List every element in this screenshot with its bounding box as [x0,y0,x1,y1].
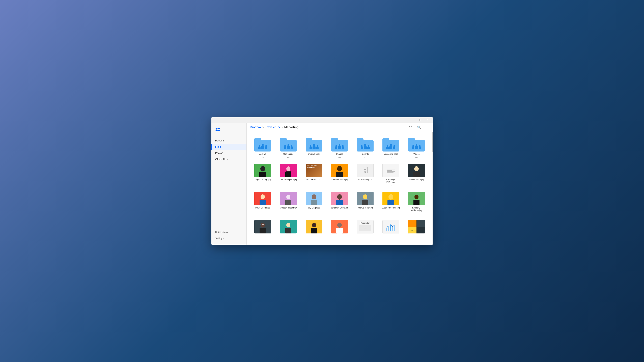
file-presentation-thumb: Presentation slide [357,220,374,233]
file-david-zheng[interactable]: David-Zheng.jpg ⋯ [251,190,275,217]
file-dropbox-paper[interactable]: Dropbox paper.mp4 ⋯ [276,190,300,217]
file-chart-more[interactable]: ⋯ [390,235,392,238]
folder-archive-more[interactable]: ⋯ [262,156,264,159]
file-anthony-abate[interactable]: Anthony-Abate.jpg ⋯ [328,162,352,189]
add-button[interactable]: + [425,125,430,130]
folder-videos-more[interactable]: ⋯ [415,156,418,159]
file-chart[interactable]: ⋯ [379,218,403,240]
folder-images-more[interactable]: ⋯ [338,156,341,159]
svg-rect-3 [285,171,292,177]
file-jonathan-costa[interactable]: Jonathan-Costa.jpg ⋯ [328,190,352,217]
file-ann-thompson-more[interactable]: ⋯ [287,181,290,185]
sidebar-item-offline[interactable]: Offline files [212,156,246,162]
toolbar-actions: ⋯ ☷ 🔍 + [400,125,430,130]
svg-point-27 [286,223,290,227]
file-business-logs-more[interactable]: ⋯ [364,181,366,185]
file-angela-zhang[interactable]: Angela-Zhang.jpg ⋯ [251,162,275,189]
file-collage[interactable]: img ⋯ [404,218,429,240]
file-joshua-miller[interactable]: Joshua-Miller.jpg ⋯ [353,190,378,217]
file-annual-report-more[interactable]: ⋯ [313,181,316,185]
folder-images[interactable]: Images ⋯ [328,136,352,160]
search-button[interactable]: 🔍 [416,125,422,130]
folder-messaging-docs-icon [382,138,399,151]
file-person-orange2-thumb [331,220,348,233]
file-ann-thompson[interactable]: Ann-Thompson.jpg ⋯ [276,162,300,189]
file-kimberly-williams-name: Kimberly-Williams.jpg [407,207,426,212]
file-collage-more[interactable]: ⋯ [415,235,418,238]
folder-messaging-docs[interactable]: Messaging docs ⋯ [379,136,403,160]
close-button[interactable]: ✕ [424,117,432,123]
breadcrumb-dropbox[interactable]: Dropbox [250,125,262,129]
svg-point-22 [260,223,265,228]
file-jay-singh-more[interactable]: ⋯ [313,210,316,213]
folder-campaigns-more[interactable]: ⋯ [287,156,290,159]
folder-campaigns[interactable]: Campaigns ⋯ [276,136,300,160]
file-annual-report[interactable]: 2017 Annual Report Traveler Inc. A [302,162,326,189]
folder-creative-briefs[interactable]: Creative briefs ⋯ [302,136,326,160]
breadcrumb-traveler[interactable]: Traveler Inc [265,125,281,129]
file-kimberly-williams[interactable]: Kimberly-Williams.jpg ⋯ [404,190,429,217]
file-justin-anderson[interactable]: Justin-Anderson.jpg ⋯ [379,190,403,217]
folder-campaigns-icon [280,138,297,151]
file-angela-zhang-more[interactable]: ⋯ [262,181,264,185]
svg-point-12 [312,194,316,199]
file-person-blonde[interactable]: ⋯ [276,218,300,240]
sidebar-item-notifications[interactable]: Notifications [212,229,246,235]
file-collage-thumb: img [408,220,425,233]
sidebar-item-recents[interactable]: Recents [212,137,246,144]
file-person-yellow-more[interactable]: ⋯ [313,235,316,238]
folder-insights[interactable]: Insights ⋯ [353,136,378,160]
list-view-button[interactable]: ☷ [408,125,413,130]
svg-point-20 [414,195,418,199]
file-daniel-smith-more[interactable]: ⋯ [415,181,418,185]
file-person-orange2[interactable]: ⋯ [328,218,352,240]
scrollbar-thumb[interactable] [432,132,433,152]
sidebar: Recents Files Photos Offline files Notif… [212,123,247,245]
file-daniel-smith[interactable]: Daniel-Smith.jpg ⋯ [404,162,429,189]
file-person-orange2-more[interactable]: ⋯ [338,235,341,238]
file-jay-singh[interactable]: Jay-Singh.jpg ⋯ [302,190,326,217]
file-campaign-faq-name: Campaign FAQ.docx [382,178,400,184]
file-campaign-faq-thumb [382,164,399,177]
file-person-yellow[interactable]: ⋯ [302,218,326,240]
file-business-logs-name: Business logs.zip [358,178,373,181]
file-dropbox-paper-thumb [280,192,297,205]
file-jonathan-costa-name: Jonathan-Costa.jpg [331,207,348,209]
dropbox-logo-icon [215,127,221,133]
file-dropbox-paper-more[interactable]: ⋯ [287,210,290,213]
maximize-button[interactable]: □ [416,117,424,123]
file-angela-zhang-thumb [254,164,271,177]
svg-rect-9 [260,200,266,205]
file-presentation-more[interactable]: ⋯ [364,235,366,238]
file-jonathan-costa-more[interactable]: ⋯ [338,210,341,213]
folder-messaging-docs-more[interactable]: ⋯ [390,156,392,159]
sidebar-item-files[interactable]: Files [212,144,246,150]
folder-creative-briefs-more[interactable]: ⋯ [313,156,316,159]
svg-rect-21 [414,200,420,205]
file-person-dark2[interactable]: ⋯ [251,218,275,240]
file-joshua-miller-more[interactable]: ⋯ [364,210,366,213]
svg-rect-11 [285,200,292,205]
minimize-button[interactable]: − [408,117,416,123]
sidebar-item-photos[interactable]: Photos [212,150,246,156]
more-options-button[interactable]: ⋯ [400,125,405,130]
file-presentation[interactable]: Presentation slide ⋯ [353,218,378,240]
file-dropbox-paper-name: Dropbox paper.mp4 [280,207,297,209]
svg-rect-15 [336,200,343,205]
file-campaign-faq-more[interactable]: ⋯ [390,184,392,187]
file-kimberly-williams-more[interactable]: ⋯ [415,212,418,215]
folder-videos[interactable]: Videos ⋯ [404,136,429,160]
file-david-zheng-more[interactable]: ⋯ [262,210,264,213]
folder-archive[interactable]: Archive ⋯ [251,136,275,160]
file-campaign-faq[interactable]: Campaign FAQ.docx ⋯ [379,162,403,189]
file-anthony-abate-more[interactable]: ⋯ [338,181,341,185]
sidebar-item-settings[interactable]: Settings [212,235,246,241]
file-person-blonde-more[interactable]: ⋯ [287,235,290,238]
file-chart-thumb [382,220,399,233]
file-jay-singh-thumb [306,192,322,205]
svg-rect-38 [394,225,395,231]
file-business-logs[interactable]: Business logs.zip ⋯ [353,162,378,189]
folder-insights-more[interactable]: ⋯ [364,156,366,159]
file-justin-anderson-more[interactable]: ⋯ [390,210,392,213]
file-person-dark2-more[interactable]: ⋯ [262,235,264,238]
